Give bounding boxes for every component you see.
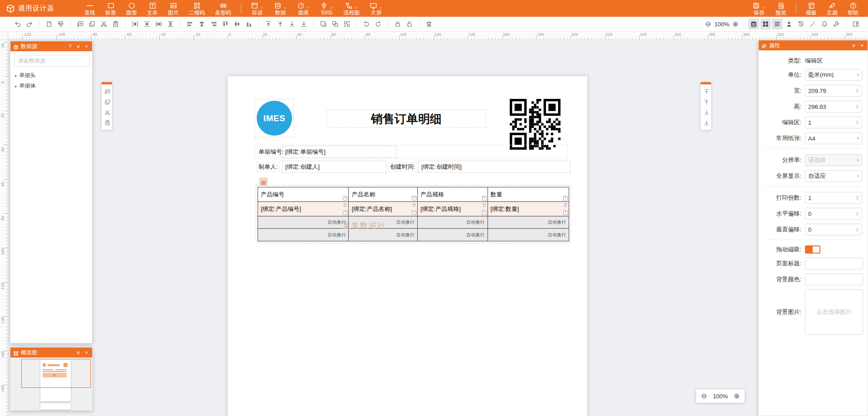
align-right-button[interactable] — [208, 19, 219, 29]
tool-container-button[interactable]: 容器 — [246, 0, 269, 17]
number-stepper[interactable]: ▲▼ — [856, 227, 859, 232]
undo-button[interactable] — [12, 19, 23, 29]
tool-flowchart-button[interactable]: 流程图 — [338, 0, 365, 17]
copy-button[interactable] — [87, 19, 98, 29]
prop-number-width[interactable]: 209.79▲▼ — [805, 85, 862, 97]
to-front-button[interactable] — [701, 86, 712, 97]
drag-handle[interactable] — [102, 82, 112, 84]
tool-save-button[interactable]: 保存 — [747, 0, 770, 17]
canvas-zoom-out-button[interactable]: ⊖ — [699, 392, 709, 400]
table-autowrap-cell[interactable]: 自动换行 — [258, 229, 348, 241]
datasource-search-input[interactable] — [14, 55, 89, 67]
number-stepper[interactable]: ▲▼ — [856, 195, 859, 201]
dist-v-button[interactable] — [141, 19, 152, 29]
close-icon[interactable]: × — [84, 347, 89, 357]
tree-item-单据体[interactable]: ▸单据体 — [10, 81, 92, 91]
table-autowrap-cell[interactable]: 自动换行 — [418, 216, 488, 229]
zoom-out-button[interactable]: ⊖ — [704, 20, 713, 28]
prop-select-resolution[interactable]: 请选择▾ — [805, 154, 862, 166]
drag-handle[interactable] — [701, 82, 711, 84]
close-icon[interactable]: × — [84, 41, 89, 51]
tool-bigscreen-button[interactable]: 大屏 — [365, 0, 388, 17]
rotate-right-button[interactable] — [373, 19, 384, 29]
text-tool-icon[interactable]: T — [343, 210, 347, 215]
order-no-binding[interactable]: [绑定:单据编号] — [282, 146, 397, 158]
tool-barcode-button[interactable]: 条形码 — [210, 0, 236, 17]
creator-binding[interactable]: [绑定:创建人] — [282, 161, 386, 173]
cut-button[interactable] — [102, 107, 113, 117]
tool-help-button[interactable]: 帮助 — [843, 0, 863, 17]
logo-element[interactable]: IMES — [255, 99, 294, 137]
help-icon[interactable]: ? — [67, 41, 73, 51]
prop-input-page-title[interactable] — [805, 258, 863, 269]
table-autowrap-cell[interactable]: 自动换行 — [258, 216, 348, 229]
move-down-button[interactable] — [701, 107, 712, 117]
paste-button[interactable] — [102, 117, 113, 128]
align-bottom-button[interactable] — [244, 19, 254, 29]
add-copy-button[interactable] — [102, 86, 113, 97]
tree-item-单据头[interactable]: ▸单据头 — [10, 70, 92, 81]
align-left-button[interactable] — [185, 19, 195, 29]
bell-toggle-button[interactable] — [819, 19, 830, 29]
table-autowrap-cell[interactable]: 自动换行 — [488, 229, 569, 241]
canvas-workarea[interactable]: IMES 销售订单明细 单据编号: [绑定:单据编号] 制单人: [绑定:创建人… — [8, 40, 758, 416]
table-header-cell[interactable]: 产品名称T — [349, 187, 417, 202]
prop-number-edit-area[interactable]: 1▲▼ — [805, 117, 862, 128]
prop-input-bg-color[interactable] — [805, 274, 863, 285]
number-stepper[interactable]: ▲▼ — [856, 104, 859, 109]
order-no-label[interactable]: 单据编号: — [257, 147, 286, 157]
plugins-toggle-button[interactable] — [831, 19, 842, 29]
user-toggle-button[interactable] — [784, 19, 795, 29]
collapse-icon[interactable]: ∨ — [851, 40, 857, 50]
text-tool-icon[interactable]: T — [412, 196, 416, 201]
viewport-rectangle[interactable] — [21, 359, 91, 388]
align-center-button[interactable] — [196, 19, 207, 29]
caret-right-icon[interactable]: ▸ — [15, 73, 17, 78]
caret-right-icon[interactable]: ▸ — [15, 84, 17, 88]
prop-select-fullscreen[interactable]: 自适应▾ — [805, 170, 862, 182]
space-h-button[interactable] — [153, 19, 164, 29]
prop-imagebox-bg-image[interactable]: 点击选择图片 — [805, 289, 863, 335]
tool-svg-button[interactable]: SVG — [315, 0, 338, 17]
properties-panel-toggle-button[interactable] — [850, 19, 861, 29]
number-stepper[interactable]: ▲▼ — [856, 120, 859, 125]
prop-number-print-copies[interactable]: 1▲▼ — [805, 192, 862, 204]
prop-select-unit[interactable]: 毫米(mm)▾ — [805, 69, 862, 81]
table-binding-cell[interactable]: [绑定:产品编号]T — [258, 202, 348, 216]
dist-h-button[interactable] — [130, 19, 141, 29]
tool-preview-button[interactable]: 预览 — [770, 0, 791, 17]
table-autowrap-cell[interactable]: 自动换行 — [349, 216, 417, 229]
prop-number-height[interactable]: 296.83▲▼ — [805, 101, 862, 113]
text-tool-icon[interactable]: T — [563, 210, 568, 215]
delete-icon[interactable] — [412, 203, 416, 207]
canvas-zoom-in-button[interactable]: ⊕ — [732, 392, 741, 400]
delete-button[interactable] — [424, 19, 434, 29]
created-binding[interactable]: [绑定:创建时间] — [418, 161, 571, 173]
company-logo[interactable]: IMES — [257, 101, 292, 136]
layers-panel-toggle-button[interactable] — [772, 19, 783, 29]
creator-label[interactable]: 制单人: — [257, 162, 280, 172]
report-title[interactable]: 销售订单明细 — [327, 110, 486, 128]
align-top-button[interactable] — [220, 19, 231, 29]
delete-icon[interactable] — [563, 203, 568, 207]
datasource-panel-toggle-button[interactable] — [748, 19, 759, 29]
tool-circle-button[interactable]: 圆形 — [121, 0, 142, 17]
table-binding-cell[interactable]: [绑定:产品规格]T — [418, 202, 488, 216]
table-settings-icon[interactable] — [259, 178, 268, 186]
zoom-in-button[interactable]: ⊕ — [731, 20, 740, 28]
tool-chart-button[interactable]: 图表 — [292, 0, 315, 17]
design-page[interactable]: IMES 销售订单明细 单据编号: [绑定:单据编号] 制单人: [绑定:创建人… — [228, 76, 587, 416]
text-tool-icon[interactable]: T — [482, 210, 487, 215]
qr-code[interactable] — [510, 99, 561, 150]
created-label[interactable]: 创建时间: — [388, 162, 417, 172]
ungroup-button[interactable] — [341, 19, 352, 29]
history-toggle-button[interactable] — [795, 19, 806, 29]
close-icon[interactable]: × — [859, 40, 865, 50]
table-autowrap-cell[interactable]: 自动换行 — [488, 216, 569, 229]
lock-button[interactable] — [392, 19, 403, 29]
prop-number-offset-v[interactable]: 0▲▼ — [805, 224, 862, 235]
number-stepper[interactable]: ▲▼ — [856, 88, 859, 93]
format-brush-button[interactable] — [55, 19, 66, 29]
move-up-button[interactable] — [275, 19, 286, 29]
collapse-icon[interactable]: ∨ — [75, 41, 82, 51]
